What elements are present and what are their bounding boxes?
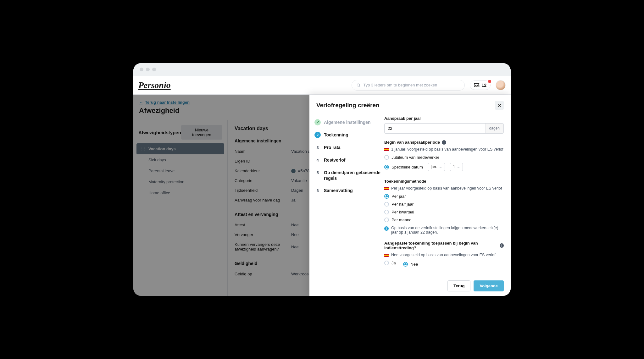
- back-link[interactable]: Terug naar Instellingen: [139, 100, 190, 105]
- radio-label: Per kwartaal: [391, 210, 414, 214]
- field-label: Kunnen vervangers deze afwezigheid aanvr…: [235, 242, 291, 251]
- window-minimize-dot[interactable]: [146, 68, 150, 71]
- radio-label: Per maand: [391, 218, 412, 222]
- window-close-dot[interactable]: [140, 68, 143, 71]
- input-suffix: dagen: [485, 124, 503, 133]
- sidebar-item-sick[interactable]: ⋮⋮ Sick days: [136, 154, 224, 165]
- close-icon: ✕: [497, 102, 502, 108]
- inbox-button[interactable]: 12: [470, 80, 491, 90]
- sidebar-item-label: Maternity protection: [148, 180, 184, 184]
- svg-line-1: [359, 86, 360, 87]
- radio-icon: [384, 218, 389, 222]
- step-prorata[interactable]: 3 Pro rata: [314, 141, 380, 154]
- search-icon: [356, 83, 361, 87]
- sidebar-item-vacation[interactable]: ⋮⋮ Vacation days: [136, 143, 224, 154]
- search-input[interactable]: Typ 3 letters om te beginnen met zoeken: [352, 80, 465, 91]
- drag-handle-icon: ⋮⋮: [140, 180, 145, 184]
- suggestion-text: Per jaar voorgesteld op basis van aanbev…: [391, 186, 502, 191]
- add-new-button[interactable]: Nieuwe toevoegen: [181, 125, 222, 140]
- sidebar-item-label: Vacation days: [148, 146, 176, 151]
- drag-handle-icon: ⋮⋮: [140, 147, 145, 151]
- field-value: Vakantie: [291, 178, 307, 183]
- sidebar-item-homeoffice[interactable]: ⋮⋮ Home office: [136, 187, 224, 198]
- radio-per-month[interactable]: Per maand: [384, 216, 504, 224]
- radio-per-quarter[interactable]: Per kwartaal: [384, 208, 504, 216]
- entitlement-label: Aanspraak per jaar: [384, 116, 504, 121]
- field-label: Kalenderkleur: [235, 168, 291, 173]
- next-button[interactable]: Volgende: [474, 280, 504, 291]
- panel-title: Verlofregeling creëren: [316, 102, 380, 109]
- avatar[interactable]: [496, 80, 506, 90]
- field-value: #5a78: [298, 168, 309, 173]
- window-titlebar: [133, 63, 511, 76]
- step-general[interactable]: ✓ Algemene instellingen: [314, 116, 380, 129]
- flag-es-icon: [384, 148, 389, 151]
- search-placeholder: Typ 3 letters om te beginnen met zoeken: [363, 83, 437, 87]
- notification-dot-icon: [488, 80, 491, 83]
- month-select[interactable]: jan.: [428, 163, 445, 171]
- sidebar: Afwezigheidstypen Nieuwe toevoegen ⋮⋮ Va…: [133, 120, 228, 296]
- entitlement-input-wrap: dagen: [384, 123, 504, 134]
- field-label: Vervanger: [235, 232, 291, 237]
- stepper: ✓ Algemene instellingen 2 Toekenning 3 P…: [314, 116, 380, 273]
- field-label: Aanvraag voor halve dag: [235, 198, 291, 202]
- sidebar-item-label: Home office: [148, 191, 170, 195]
- radio-label: Specifieke datum: [391, 165, 423, 169]
- field-value: Vacation d: [291, 149, 310, 154]
- entitlement-input[interactable]: [385, 124, 485, 133]
- field-label: Categorie: [235, 178, 291, 183]
- radio-label: Ja: [391, 261, 396, 265]
- field-label: Tijdseenheid: [235, 188, 291, 193]
- close-button[interactable]: ✕: [495, 101, 504, 110]
- field-value: Nee: [291, 223, 299, 227]
- day-select[interactable]: 1: [450, 163, 463, 171]
- step-tenure[interactable]: 5 Op dienstjaren gebaseerde regels: [314, 166, 380, 184]
- step-granting[interactable]: 2 Toekenning: [314, 129, 380, 141]
- drag-handle-icon: ⋮⋮: [140, 169, 145, 173]
- field-label: Naam: [235, 149, 291, 154]
- step-number: 4: [314, 157, 321, 163]
- field-value: Dagen: [291, 188, 303, 193]
- radio-icon: [384, 202, 389, 207]
- logo[interactable]: Personio: [138, 80, 171, 90]
- radio-icon: [403, 262, 408, 267]
- radio-icon: [384, 194, 389, 199]
- custom-apply-label: Aangepaste toekenning toepassen bij begi…: [384, 241, 498, 250]
- window-zoom-dot[interactable]: [152, 68, 156, 71]
- method-label: Toekenningsmethode: [384, 179, 504, 184]
- radio-yes[interactable]: Ja: [384, 259, 396, 267]
- radio-label: Per jaar: [391, 194, 406, 199]
- step-remaining[interactable]: 4 Restverlof: [314, 154, 380, 166]
- drag-handle-icon: ⋮⋮: [140, 158, 145, 162]
- check-icon: ✓: [314, 119, 321, 125]
- suggestion-text: 1 januari voorgesteld op basis van aanbe…: [391, 147, 503, 152]
- info-icon: i: [384, 226, 389, 231]
- form: Aanspraak per jaar dagen Begin van aansp…: [384, 116, 504, 273]
- radio-no[interactable]: Nee: [403, 260, 418, 268]
- radio-label: Jubileum van medewerker: [391, 155, 439, 160]
- flag-es-icon: [384, 254, 389, 257]
- inbox-count: 12: [481, 83, 486, 88]
- sidebar-item-maternity[interactable]: ⋮⋮ Maternity protection: [136, 176, 224, 187]
- sidebar-item-parental[interactable]: ⋮⋮ Parental leave: [136, 165, 224, 176]
- field-label: Geldig op: [235, 272, 291, 276]
- info-icon[interactable]: i: [442, 140, 446, 145]
- radio-specific-date[interactable]: Specifieke datum jan. 1: [384, 161, 504, 173]
- back-button[interactable]: Terug: [447, 280, 470, 291]
- radio-icon: [384, 155, 389, 160]
- step-summary[interactable]: 6 Samenvatting: [314, 184, 380, 197]
- inbox-icon: [474, 83, 480, 87]
- radio-per-half-year[interactable]: Per half jaar: [384, 200, 504, 208]
- flag-es-icon: [384, 187, 389, 190]
- field-value: Nee: [291, 232, 299, 237]
- step-number: 2: [314, 132, 321, 138]
- field-value: Nee: [291, 242, 299, 251]
- method-info-text: Op basis van de verlofinstellingen krijg…: [391, 226, 504, 235]
- field-value: Ja: [291, 198, 296, 202]
- field-label: Eigen ID: [235, 159, 291, 163]
- radio-anniversary[interactable]: Jubileum van medewerker: [384, 153, 504, 161]
- info-icon[interactable]: i: [500, 243, 504, 248]
- step-number: 5: [314, 169, 321, 176]
- radio-label: Per half jaar: [391, 202, 414, 207]
- radio-per-year[interactable]: Per jaar: [384, 192, 504, 200]
